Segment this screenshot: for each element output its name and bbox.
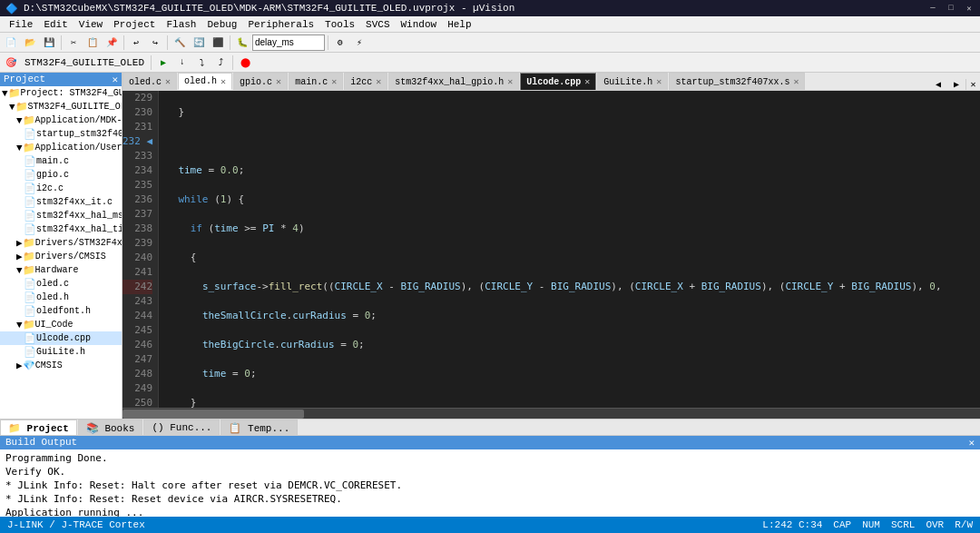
tree-item-hal-drv[interactable]: ▶ 📁Drivers/STM32F4xx_HA... — [0, 236, 122, 250]
panel-tab-func[interactable]: () Func... — [143, 419, 220, 435]
target-button[interactable]: 🎯 — [2, 54, 20, 72]
menu-item-edit[interactable]: Edit — [38, 16, 73, 33]
menu-item-svcs[interactable]: SVCS — [360, 16, 395, 33]
tab-ulcode[interactable]: Ulcode.cpp ✕ — [520, 73, 596, 90]
open-file-button[interactable]: 📂 — [21, 34, 39, 52]
paste-button[interactable]: 📌 — [103, 34, 121, 52]
status-num: NUM — [862, 519, 880, 530]
tree-item-ui-code[interactable]: ▼ 📁UI_Code — [0, 318, 122, 331]
tab-hal-gpio-close[interactable]: ✕ — [507, 76, 513, 87]
step-over-button[interactable]: ⤵ — [192, 54, 211, 72]
ln-236: 236 — [122, 192, 152, 207]
tab-startup[interactable]: startup_stm32f407xx.s ✕ — [669, 73, 805, 90]
tab-close-all[interactable]: ✕ — [965, 79, 980, 90]
tab-i2cc[interactable]: i2cc ✕ — [344, 73, 387, 90]
step-out-button[interactable]: ⤴ — [211, 54, 230, 72]
debug-button[interactable]: 🐛 — [233, 34, 251, 52]
tree-item-hardware[interactable]: ▼ 📁Hardware — [0, 263, 122, 277]
tree-item-ulcode[interactable]: 📄Ulcode.cpp — [0, 331, 122, 345]
search-input[interactable] — [252, 35, 325, 51]
tab-oledh-close[interactable]: ✕ — [220, 76, 226, 87]
project-panel-close[interactable]: ✕ — [112, 74, 118, 85]
tree-label: Drivers/CMSIS — [35, 252, 106, 262]
tab-gpioc[interactable]: gpio.c ✕ — [233, 73, 288, 90]
tab-mainc-close[interactable]: ✕ — [331, 76, 337, 87]
tab-guilite[interactable]: GuiLite.h ✕ — [597, 73, 668, 90]
tab-scroll-left[interactable]: ◀ — [929, 79, 947, 90]
save-button[interactable]: 💾 — [40, 34, 58, 52]
settings-button[interactable]: ⚙ — [331, 34, 349, 52]
ln-250: 250 — [122, 396, 152, 408]
redo-button[interactable]: ↪ — [146, 34, 164, 52]
undo-button[interactable]: ↩ — [127, 34, 145, 52]
tree-item-stm32it[interactable]: 📄stm32f4xx_it.c — [0, 195, 122, 209]
menu-item-peripherals[interactable]: Peripherals — [242, 16, 319, 33]
editor-hscrollbar[interactable] — [122, 408, 980, 419]
panel-tab-project[interactable]: 📁 Project — [0, 419, 77, 435]
toolbar2: 🎯 STM32F4_GUILITE_OLED ▶ ↓ ⤵ ⤴ ⬤ — [0, 53, 980, 73]
tab-hal-gpio[interactable]: stm32f4xx_hal_gpio.h ✕ — [388, 73, 519, 90]
tree-item-mdk-arm[interactable]: ▼ 📁Application/MDK-ARM — [0, 114, 122, 127]
tab-ulcode-close[interactable]: ✕ — [584, 76, 590, 87]
menu-item-project[interactable]: Project — [108, 16, 161, 33]
tree-item-i2c[interactable]: 📄i2c.c — [0, 182, 122, 195]
breakpoint-button[interactable]: ⬤ — [236, 54, 254, 72]
tree-item-stm32msp[interactable]: 📄stm32f4xx_hal_msp.c — [0, 209, 122, 222]
menu-item-window[interactable]: Window — [396, 16, 443, 33]
tree-item-main[interactable]: 📄main.c — [0, 154, 122, 168]
step-button[interactable]: ↓ — [173, 54, 191, 72]
menu-item-tools[interactable]: Tools — [319, 16, 360, 33]
tree-item-startup[interactable]: 📄startup_stm32f407xx.s — [0, 127, 122, 141]
menu-item-file[interactable]: File — [4, 16, 38, 33]
tree-item-oledh[interactable]: 📄oled.h — [0, 291, 122, 304]
panel-tab-temp[interactable]: 📋 Temp... — [220, 419, 298, 435]
tab-scroll-right[interactable]: ▶ — [947, 79, 965, 90]
ln-249: 249 — [122, 381, 152, 396]
tree-label: Application/MDK-ARM — [35, 115, 122, 125]
tree-item-user-core[interactable]: ▼ 📁Application/User/Core — [0, 141, 122, 154]
build-output-close[interactable]: ✕ — [968, 437, 975, 449]
tab-startup-close[interactable]: ✕ — [793, 76, 799, 87]
tab-oledh[interactable]: oled.h ✕ — [178, 73, 232, 90]
tab-oledc-close[interactable]: ✕ — [165, 76, 171, 87]
sep3 — [167, 35, 168, 50]
run-button[interactable]: ▶ — [154, 54, 172, 72]
maximize-button[interactable]: □ — [946, 3, 956, 14]
tree-item-gpio[interactable]: 📄gpio.c — [0, 168, 122, 182]
code-ln-235: s_surface->fill_rect((CIRCLE_X - BIG_RAD… — [166, 280, 980, 294]
rebuild-button[interactable]: 🔄 — [190, 34, 208, 52]
tree-item-oledc[interactable]: 📄oled.c — [0, 277, 122, 291]
menu-item-flash[interactable]: Flash — [161, 16, 201, 33]
tree-item-cmsis[interactable]: ▶ 💎CMSIS — [0, 359, 122, 372]
tree-item-guilite[interactable]: 📄GuiLite.h — [0, 345, 122, 359]
build-button[interactable]: 🔨 — [171, 34, 189, 52]
panel-tab-books[interactable]: 📚 Books — [78, 419, 143, 435]
status-right: L:242 C:34 CAP NUM SCRL OVR R/W — [762, 519, 973, 530]
code-editor[interactable]: 229 230 231 232 ◀ 233 234 235 236 237 23… — [122, 91, 980, 408]
menu-item-help[interactable]: Help — [442, 16, 476, 33]
tab-mainc[interactable]: main.c ✕ — [289, 73, 343, 90]
cut-button[interactable]: ✂ — [64, 34, 83, 52]
menu-item-debug[interactable]: Debug — [201, 16, 242, 33]
menu-item-view[interactable]: View — [74, 16, 108, 33]
tree-item-drivers-cmsis[interactable]: ▶ 📁Drivers/CMSIS — [0, 250, 122, 263]
stop-button[interactable]: ⬛ — [209, 34, 227, 52]
hscroll-thumb[interactable] — [122, 410, 304, 419]
sep5 — [328, 35, 328, 50]
tab-gpioc-close[interactable]: ✕ — [276, 76, 281, 87]
tab-i2cc-close[interactable]: ✕ — [376, 76, 381, 87]
ln-234: 234 — [122, 163, 152, 178]
flash-button[interactable]: ⚡ — [350, 34, 368, 52]
tree-item-root[interactable]: ▼ 📁STM32F4_GUILITE_OLED — [0, 100, 122, 114]
tree-item-oledfont[interactable]: 📄oledfont.h — [0, 304, 122, 318]
tab-guilite-close[interactable]: ✕ — [656, 76, 662, 87]
minimize-button[interactable]: ─ — [927, 3, 938, 14]
copy-button[interactable]: 📋 — [83, 34, 102, 52]
tab-oledc[interactable]: oled.c ✕ — [122, 73, 177, 90]
build-line-5: Application running ... — [5, 506, 975, 517]
tree-item-stm32timebase[interactable]: 📄stm32f4xx_hal_timeba... — [0, 222, 122, 236]
new-file-button[interactable]: 📄 — [2, 34, 20, 52]
tree-item-project[interactable]: ▼ 📁 Project: STM32F4_GUILITE_OLED — [0, 86, 122, 100]
tree-label: CMSIS — [35, 360, 63, 370]
close-button[interactable]: ✕ — [964, 3, 975, 14]
